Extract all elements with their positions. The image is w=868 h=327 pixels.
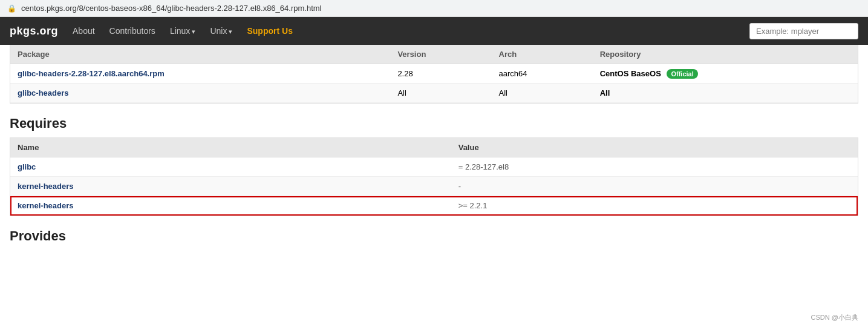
package-version-cell: 2.28 <box>390 64 491 84</box>
package-repo-cell-2: All <box>593 84 858 103</box>
package-arch-cell: aarch64 <box>492 64 593 84</box>
package-link-2[interactable]: glibc-headers <box>18 88 69 97</box>
package-link-1[interactable]: glibc-headers-2.28-127.el8.aarch64.rpm <box>18 69 165 78</box>
nav-support-us[interactable]: Support Us <box>247 26 292 36</box>
repo-name-2: All <box>600 88 610 97</box>
package-name-cell: glibc-headers-2.28-127.el8.aarch64.rpm <box>10 64 390 84</box>
nav-unix[interactable]: Unix <box>210 26 232 36</box>
official-badge: Official <box>667 69 697 79</box>
packages-table-header: Package Version Arch Repository <box>10 45 858 64</box>
search-input[interactable] <box>749 23 858 39</box>
req-col-name: Name <box>10 138 451 157</box>
repo-name-1: CentOS BaseOS <box>600 69 661 78</box>
req-value-2: - <box>451 177 858 196</box>
table-row: kernel-headers - <box>10 177 858 196</box>
req-col-value: Value <box>451 138 858 157</box>
requires-table-wrap: Name Value glibc = 2.28-127.el8 kernel-h… <box>10 137 858 216</box>
col-repository: Repository <box>593 45 858 64</box>
address-bar: 🔒 centos.pkgs.org/8/centos-baseos-x86_64… <box>0 0 868 17</box>
req-value-3: >= 2.2.1 <box>451 196 858 216</box>
requires-table: Name Value glibc = 2.28-127.el8 kernel-h… <box>10 138 858 216</box>
navbar: pkgs.org About Contributors Linux Unix S… <box>0 17 868 45</box>
requires-table-header: Name Value <box>10 138 858 157</box>
lock-icon: 🔒 <box>7 4 16 13</box>
col-arch: Arch <box>492 45 593 64</box>
req-name-1: glibc <box>10 157 451 177</box>
req-name-3: kernel-headers <box>10 196 451 216</box>
nav-about[interactable]: About <box>73 26 95 36</box>
nav-linux[interactable]: Linux <box>170 26 196 36</box>
navbar-left: pkgs.org About Contributors Linux Unix S… <box>10 25 293 38</box>
provides-heading: Provides <box>10 228 858 244</box>
col-package: Package <box>10 45 390 64</box>
url-text: centos.pkgs.org/8/centos-baseos-x86_64/g… <box>21 4 321 13</box>
packages-table: Package Version Arch Repository glibc-he… <box>10 45 858 103</box>
req-link-1[interactable]: glibc <box>18 162 36 171</box>
req-link-2[interactable]: kernel-headers <box>18 182 74 191</box>
package-version-cell-2: All <box>390 84 491 103</box>
table-row: glibc = 2.28-127.el8 <box>10 157 858 177</box>
packages-table-wrap: Package Version Arch Repository glibc-he… <box>10 45 858 104</box>
page-content: Package Version Arch Repository glibc-he… <box>0 45 868 244</box>
col-version: Version <box>390 45 491 64</box>
table-row: glibc-headers-2.28-127.el8.aarch64.rpm 2… <box>10 64 858 84</box>
table-row-highlighted: kernel-headers >= 2.2.1 <box>10 196 858 216</box>
package-arch-cell-2: All <box>492 84 593 103</box>
req-value-1: = 2.28-127.el8 <box>451 157 858 177</box>
requires-heading: Requires <box>10 116 858 131</box>
package-name-cell-2: glibc-headers <box>10 84 390 103</box>
site-logo[interactable]: pkgs.org <box>10 25 58 38</box>
package-repo-cell: CentOS BaseOS Official <box>593 64 858 84</box>
req-name-2: kernel-headers <box>10 177 451 196</box>
req-link-3[interactable]: kernel-headers <box>18 201 74 210</box>
table-row: glibc-headers All All All <box>10 84 858 103</box>
nav-contributors[interactable]: Contributors <box>109 26 155 36</box>
